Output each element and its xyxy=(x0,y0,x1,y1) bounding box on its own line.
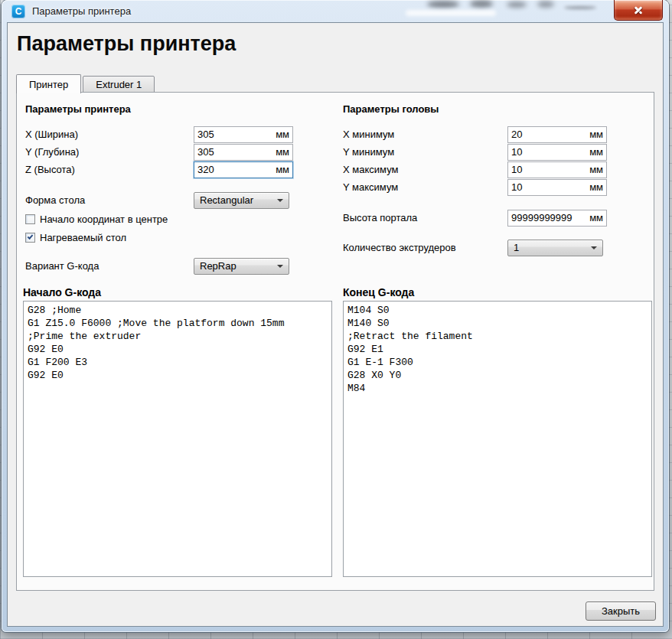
y-depth-input[interactable]: 305 мм xyxy=(194,144,293,161)
field-row-y-max: Y максимум 10 мм xyxy=(343,178,607,196)
field-row-gcode-flavor: Вариант G-кода RepRap xyxy=(25,256,293,275)
end-gcode-textarea[interactable]: M104 S0 M140 S0 ;Retract the filament G9… xyxy=(343,301,652,577)
field-label: X минимум xyxy=(343,129,507,140)
chevron-down-icon xyxy=(277,199,283,202)
start-gcode-textarea[interactable]: G28 ;Home G1 Z15.0 F6000 ;Move the platf… xyxy=(23,301,332,577)
checkbox-label: Начало координат в центре xyxy=(40,214,168,225)
select-value: Rectangular xyxy=(200,194,253,206)
field-value: 305 xyxy=(197,129,214,140)
origin-center-checkbox-row[interactable]: Начало координат в центре xyxy=(25,210,293,228)
field-label: X максимум xyxy=(343,164,507,175)
field-value: 99999999999 xyxy=(511,212,573,223)
glass-reflection xyxy=(470,0,493,8)
window-close-button[interactable] xyxy=(614,0,663,21)
dialog-client-area: Параметры принтера Принтер Extruder 1 Па… xyxy=(8,23,663,626)
field-value: 10 xyxy=(511,164,522,175)
field-label: Форма стола xyxy=(25,194,194,206)
gcode-flavor-select[interactable]: RepRap xyxy=(194,258,289,275)
desktop-background: C Параметры принтера Параметры принтера … xyxy=(0,0,672,639)
gantry-height-input[interactable]: 99999999999 мм xyxy=(507,210,607,227)
y-min-input[interactable]: 10 мм xyxy=(507,144,607,161)
end-gcode-section: Конец G-кода M104 S0 M140 S0 ;Retract th… xyxy=(343,286,652,580)
chevron-down-icon xyxy=(277,265,283,268)
window-title: Параметры принтера xyxy=(32,5,131,17)
origin-center-checkbox[interactable] xyxy=(25,214,35,224)
field-label: X (Ширина) xyxy=(25,129,194,140)
field-row-x-min: X минимум 20 мм xyxy=(343,126,607,143)
heated-bed-checkbox-row[interactable]: Нагреваемый стол xyxy=(25,228,293,246)
close-dialog-button[interactable]: Закрыть xyxy=(586,602,656,621)
glass-reflection xyxy=(406,10,496,16)
field-row-y-depth: Y (Глубина) 305 мм xyxy=(25,143,293,161)
field-row-x-width: X (Ширина) 305 мм xyxy=(25,126,293,143)
field-value: 320 xyxy=(197,164,214,175)
section-title: Параметры головы xyxy=(343,103,607,115)
start-gcode-section: Начало G-кода G28 ;Home G1 Z15.0 F6000 ;… xyxy=(23,286,332,580)
app-icon-letter: C xyxy=(15,7,22,16)
heated-bed-checkbox[interactable] xyxy=(25,233,35,243)
tab-bar: Принтер Extruder 1 xyxy=(16,73,155,93)
y-max-input[interactable]: 10 мм xyxy=(507,179,607,196)
field-label: Z (Высота) xyxy=(25,164,194,175)
field-unit: мм xyxy=(589,146,603,158)
check-icon xyxy=(28,233,34,240)
chevron-down-icon xyxy=(591,246,597,249)
section-title: Параметры принтера xyxy=(25,103,293,115)
field-unit: мм xyxy=(276,129,289,140)
field-row-extruder-count: Количество экструдеров 1 xyxy=(343,238,607,257)
field-label: Y минимум xyxy=(343,146,507,158)
end-gcode-title: Конец G-кода xyxy=(343,286,652,298)
cura-app-icon: C xyxy=(11,5,25,18)
extruder-count-select[interactable]: 1 xyxy=(507,240,603,256)
start-gcode-title: Начало G-кода xyxy=(23,286,332,298)
glass-reflection xyxy=(564,6,596,9)
close-icon xyxy=(633,5,644,15)
glass-reflection xyxy=(537,1,554,8)
x-max-input[interactable]: 10 мм xyxy=(507,161,607,178)
field-unit: мм xyxy=(589,129,603,140)
field-unit: мм xyxy=(589,212,603,223)
field-row-z-height: Z (Высота) 320 мм xyxy=(25,161,293,178)
field-value: 10 xyxy=(511,146,522,158)
field-value: 20 xyxy=(511,129,522,140)
glass-reflection xyxy=(507,2,527,8)
tab-printer[interactable]: Принтер xyxy=(16,74,81,93)
printhead-settings-section: Параметры головы X минимум 20 мм Y миним… xyxy=(343,103,607,257)
field-value: 305 xyxy=(197,146,214,158)
field-label: Вариант G-кода xyxy=(25,260,194,272)
field-row-bed-shape: Форма стола Rectangular xyxy=(25,191,293,210)
x-min-input[interactable]: 20 мм xyxy=(507,126,607,143)
bed-shape-select[interactable]: Rectangular xyxy=(194,192,289,209)
titlebar: C Параметры принтера xyxy=(2,0,669,23)
field-row-x-max: X максимум 10 мм xyxy=(343,161,607,178)
dialog-window: C Параметры принтера Параметры принтера … xyxy=(2,0,669,632)
field-row-y-min: Y минимум 10 мм xyxy=(343,143,607,161)
select-value: 1 xyxy=(514,242,519,253)
field-label: Высота портала xyxy=(343,212,507,223)
field-value: 10 xyxy=(511,181,522,193)
glass-reflection xyxy=(427,1,459,8)
field-label: Y максимум xyxy=(343,181,507,193)
page-title: Параметры принтера xyxy=(17,32,236,56)
field-label: Количество экструдеров xyxy=(343,242,507,253)
printer-settings-section: Параметры принтера X (Ширина) 305 мм Y (… xyxy=(25,103,293,275)
z-height-input[interactable]: 320 мм xyxy=(194,161,293,178)
field-unit: мм xyxy=(276,146,289,158)
checkbox-label: Нагреваемый стол xyxy=(40,232,126,243)
tab-extruder-1[interactable]: Extruder 1 xyxy=(83,76,155,93)
field-label: Y (Глубина) xyxy=(25,146,194,158)
x-width-input[interactable]: 305 мм xyxy=(194,126,293,143)
field-unit: мм xyxy=(589,181,603,193)
field-unit: мм xyxy=(276,164,289,175)
field-unit: мм xyxy=(589,164,603,175)
select-value: RepRap xyxy=(200,260,237,272)
tab-pane: Параметры принтера X (Ширина) 305 мм Y (… xyxy=(16,92,654,591)
field-row-gantry-height: Высота портала 99999999999 мм xyxy=(343,209,607,227)
